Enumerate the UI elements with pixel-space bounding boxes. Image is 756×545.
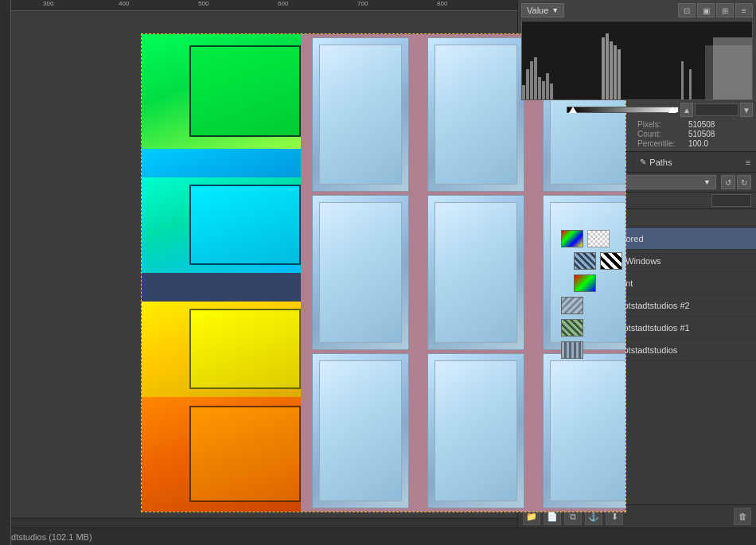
layer-colored-mask-thumb: [587, 230, 610, 247]
window-2: [312, 195, 409, 350]
panel-cyan: [142, 177, 301, 273]
slider-left-handle[interactable]: [569, 107, 577, 113]
window-3: [312, 353, 409, 508]
svg-rect-0: [522, 85, 525, 99]
svg-rect-3: [534, 57, 537, 99]
window-6: [427, 353, 524, 508]
svg-rect-12: [618, 49, 621, 99]
window-inner-3: [319, 360, 402, 501]
svg-rect-8: [602, 37, 605, 99]
histogram-svg: [522, 21, 752, 99]
window-inner-9: [550, 360, 625, 501]
svg-rect-2: [530, 61, 533, 99]
window-inner-5: [435, 202, 517, 343]
window-inner-2: [319, 202, 402, 343]
svg-rect-11: [614, 45, 617, 99]
layer-ard2-thumb: [561, 297, 583, 314]
range-slider-container[interactable]: [567, 104, 679, 115]
colored-panels: [142, 34, 301, 512]
slider-right-handle[interactable]: [668, 107, 676, 113]
panel-yellow: [142, 302, 301, 397]
svg-rect-5: [542, 81, 545, 99]
panel-orange: [142, 397, 301, 512]
window-8: [543, 195, 625, 350]
svg-rect-1: [526, 69, 529, 99]
layer-gradient-thumb: [574, 274, 596, 292]
window-inner-6: [435, 360, 517, 501]
range-slider-track: [567, 107, 679, 113]
window-9: [543, 353, 625, 508]
layer-colored-thumb: [561, 230, 583, 247]
histogram-chart: [521, 21, 753, 100]
window-inner-4: [435, 45, 517, 185]
svg-rect-6: [546, 73, 549, 99]
window-col-2: [424, 34, 528, 512]
svg-rect-13: [681, 61, 684, 99]
window-1: [312, 37, 409, 193]
svg-rect-16: [713, 37, 752, 99]
window-4: [427, 37, 524, 193]
layer-ard-thumb: [561, 341, 583, 359]
svg-rect-10: [610, 41, 613, 99]
layer-windows-mask-thumb: [600, 252, 622, 270]
panel-cyan-strip: [142, 149, 301, 177]
window-5: [427, 195, 524, 350]
panel-dark-strip: [142, 273, 301, 302]
ruler-left: [0, 0, 11, 527]
layer-ard1-thumb: [561, 319, 583, 337]
window-col-1: [309, 34, 412, 512]
main-canvas: [142, 34, 625, 512]
svg-rect-4: [538, 77, 541, 99]
svg-rect-14: [689, 69, 692, 99]
svg-rect-9: [606, 33, 609, 99]
window-inner-1: [319, 45, 402, 185]
panel-green: [142, 34, 301, 149]
svg-rect-7: [550, 84, 553, 99]
layer-windows-thumb: [574, 252, 596, 270]
